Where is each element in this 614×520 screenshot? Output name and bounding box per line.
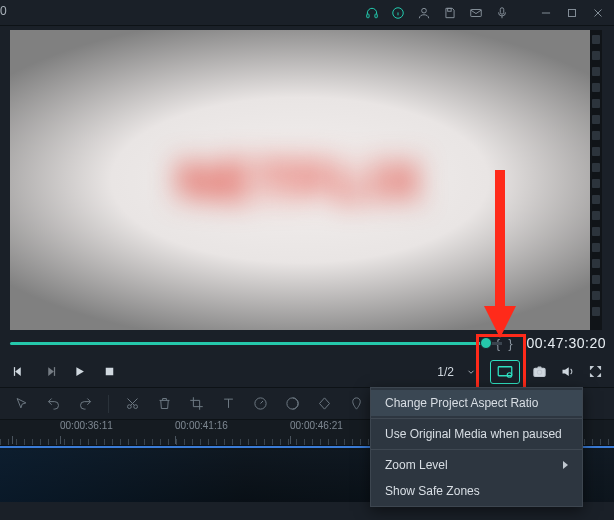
film-sprockets-right: [590, 30, 602, 330]
save-icon[interactable]: [442, 5, 458, 21]
menu-item-label: Zoom Level: [385, 458, 448, 472]
fullscreen-button[interactable]: [586, 363, 604, 381]
svg-point-5: [422, 8, 427, 13]
volume-button[interactable]: [558, 363, 576, 381]
svg-rect-17: [498, 366, 512, 375]
zoom-select[interactable]: 1/2: [433, 363, 480, 381]
ruler-label: 00:00:41:16: [175, 420, 228, 431]
menu-item-label: Change Project Aspect Ratio: [385, 396, 538, 410]
mail-icon[interactable]: [468, 5, 484, 21]
next-frame-button[interactable]: [40, 363, 58, 381]
restore-icon[interactable]: [564, 5, 580, 21]
submenu-arrow-icon: [563, 461, 568, 469]
svg-rect-14: [13, 367, 14, 376]
snapshot-button[interactable]: [530, 363, 548, 381]
crop-icon[interactable]: [187, 395, 205, 413]
scrub-row: { } 00:47:30:20: [0, 330, 614, 356]
menu-separator: [371, 418, 582, 419]
menu-separator: [371, 449, 582, 450]
stop-button[interactable]: [100, 363, 118, 381]
svg-rect-0: [367, 14, 369, 18]
menu-change-aspect-ratio[interactable]: Change Project Aspect Ratio: [371, 390, 582, 416]
preview-canvas[interactable]: NETFLIX: [10, 30, 590, 330]
minimize-icon[interactable]: [538, 5, 554, 21]
chevron-down-icon: [466, 367, 476, 377]
marker-icon[interactable]: [347, 395, 365, 413]
prev-frame-button[interactable]: [10, 363, 28, 381]
headphones-icon[interactable]: [364, 5, 380, 21]
svg-rect-8: [500, 7, 504, 13]
svg-rect-6: [448, 8, 452, 11]
timecode-display: 00:47:30:20: [521, 335, 606, 351]
svg-rect-11: [569, 9, 576, 16]
menu-item-label: Show Safe Zones: [385, 484, 480, 498]
svg-point-20: [537, 370, 541, 374]
menu-show-safe-zones[interactable]: Show Safe Zones: [371, 478, 582, 504]
titlebar: 0: [0, 0, 614, 26]
scrub-handle[interactable]: [480, 337, 492, 349]
scrub-track[interactable]: [10, 342, 488, 345]
close-icon[interactable]: [590, 5, 606, 21]
keyframe-icon[interactable]: [315, 395, 333, 413]
play-button[interactable]: [70, 363, 88, 381]
text-tool-icon[interactable]: [219, 395, 237, 413]
speed-icon[interactable]: [251, 395, 269, 413]
ruler-label: 00:00:36:11: [60, 420, 113, 431]
preview-blurred-logo: NETFLIX: [176, 148, 423, 213]
transport-row: 1/2: [0, 356, 614, 388]
svg-rect-15: [53, 367, 54, 376]
svg-rect-7: [471, 9, 482, 16]
svg-point-18: [507, 372, 512, 377]
svg-rect-16: [105, 368, 113, 376]
mark-out-icon[interactable]: }: [508, 336, 512, 351]
color-icon[interactable]: [283, 395, 301, 413]
menu-use-original-media[interactable]: Use Original Media when paused: [371, 421, 582, 447]
preview-monitor: NETFLIX: [10, 30, 602, 330]
info-icon[interactable]: [390, 5, 406, 21]
display-settings-button[interactable]: [490, 360, 520, 384]
svg-rect-1: [375, 14, 377, 18]
redo-icon[interactable]: [76, 395, 94, 413]
zoom-value: 1/2: [437, 365, 454, 379]
user-icon[interactable]: [416, 5, 432, 21]
undo-icon[interactable]: [44, 395, 62, 413]
menu-zoom-level[interactable]: Zoom Level: [371, 452, 582, 478]
cut-tool-icon[interactable]: [123, 395, 141, 413]
display-context-menu: Change Project Aspect Ratio Use Original…: [370, 387, 583, 507]
select-tool-icon[interactable]: [12, 395, 30, 413]
delete-icon[interactable]: [155, 395, 173, 413]
title-fragment: 0: [0, 4, 7, 18]
mic-icon[interactable]: [494, 5, 510, 21]
ruler-label: 00:00:46:21: [290, 420, 343, 431]
menu-item-label: Use Original Media when paused: [385, 427, 562, 441]
